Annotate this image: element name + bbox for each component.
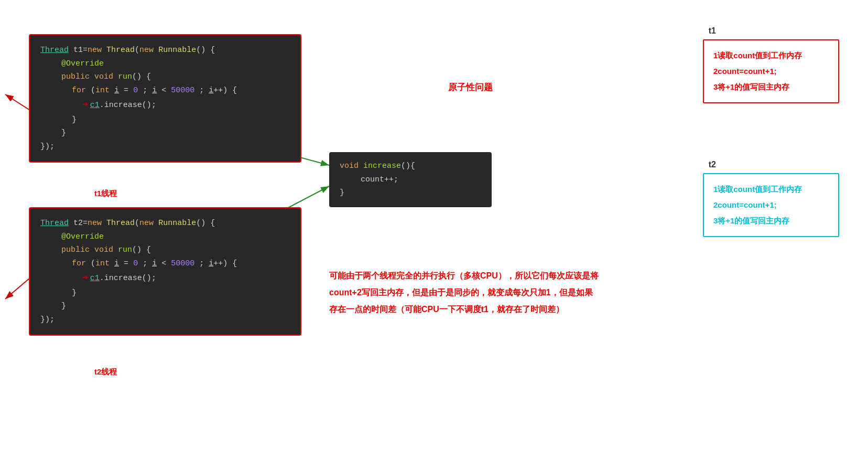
increase-code-block: void increase(){ count++; } bbox=[329, 152, 492, 207]
t1-thread-label: t1线程 bbox=[94, 189, 117, 199]
t1-info-line2: 2count=count+1; bbox=[713, 63, 829, 79]
svg-line-2 bbox=[5, 94, 30, 110]
t2-info-label: t2 bbox=[709, 160, 716, 169]
t1-info-line1: 1读取count值到工作内存 bbox=[713, 48, 829, 63]
t1-info-label: t1 bbox=[709, 26, 716, 36]
svg-line-3 bbox=[5, 278, 30, 299]
t2-info-box: 1读取count值到工作内存 2count=count+1; 3将+1的值写回主… bbox=[703, 173, 839, 237]
t2-info-line2: 2count=count+1; bbox=[713, 197, 829, 213]
desc-line3: 存在一点的时间差（可能CPU一下不调度t1，就存在了时间差） bbox=[329, 301, 633, 318]
description-text: 可能由于两个线程完全的并行执行（多核CPU），所以它们每次应该是将 count+… bbox=[329, 268, 633, 318]
t1-info-box: 1读取count值到工作内存 2count=count+1; 3将+1的值写回主… bbox=[703, 39, 839, 103]
atomic-label: 原子性问题 bbox=[448, 81, 493, 93]
t2-code-block: Thread t2=new Thread(new Runnable() { @O… bbox=[29, 207, 301, 336]
t2-info-line3: 3将+1的值写回主内存 bbox=[713, 213, 829, 229]
desc-line1: 可能由于两个线程完全的并行执行（多核CPU），所以它们每次应该是将 bbox=[329, 268, 633, 284]
t1-info-line3: 3将+1的值写回主内存 bbox=[713, 79, 829, 95]
t1-code-block: Thread t1=new Thread(new Runnable() { @O… bbox=[29, 34, 301, 163]
main-container: Thread t1=new Thread(new Runnable() { @O… bbox=[0, 0, 868, 460]
t2-info-line1: 1读取count值到工作内存 bbox=[713, 181, 829, 197]
t2-thread-label: t2线程 bbox=[94, 367, 117, 377]
desc-line2: count+2写回主内存，但是由于是同步的，就变成每次只加1，但是如果 bbox=[329, 284, 633, 301]
